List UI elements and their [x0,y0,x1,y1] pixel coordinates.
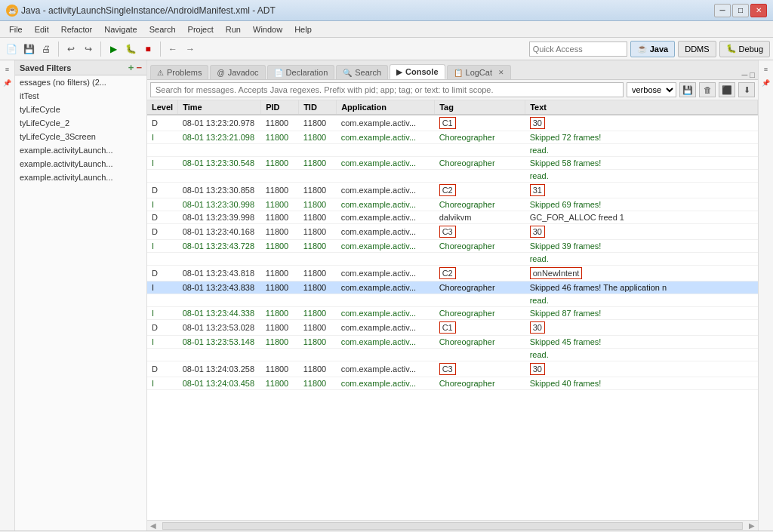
verbose-select[interactable]: verbose debug info warn error [627,82,676,97]
cell-tag [435,144,525,157]
tab-close-icon[interactable]: ✕ [498,69,504,76]
minimize-button[interactable]: ─ [714,4,731,17]
cell-pid: 11800 [261,115,299,131]
table-row[interactable]: D 08-01 13:23:39.998 11800 11800 com.exa… [147,211,758,224]
sidebar-restore-icon[interactable]: ≡ [2,63,14,75]
cell-time [178,349,261,361]
menu-file[interactable]: File [3,23,29,35]
toggle-button[interactable]: ⬛ [719,82,735,97]
debug-button[interactable]: 🐛 [122,41,139,57]
cell-app: com.example.activ... [337,361,435,377]
sidebar-pin-icon[interactable]: 📌 [2,77,14,89]
cell-time: 08-01 13:23:53.028 [178,320,261,336]
menu-edit[interactable]: Edit [29,23,55,35]
save-button[interactable]: 💾 [20,41,37,57]
cell-tid: 11800 [299,320,337,336]
clear-log-button[interactable]: 🗑 [699,82,716,97]
main-toolbar: 📄 💾 🖨 ↩ ↪ ▶ 🐛 ■ ← → ☕ Java DDMS 🐛 Debug [0,38,773,60]
log-scrollbar[interactable]: ◀ ▶ [147,520,758,530]
tab-search[interactable]: 🔍 Search [336,65,388,79]
cell-tid [299,253,337,266]
table-row[interactable]: D 08-01 13:23:30.858 11800 11800 com.exa… [147,183,758,198]
table-row[interactable]: D 08-01 13:23:20.978 11800 11800 com.exa… [147,115,758,131]
cell-level: I [147,307,178,320]
cell-app: com.example.activ... [337,377,435,390]
log-search-input[interactable] [150,82,624,97]
run-button[interactable]: ▶ [105,41,122,57]
table-row[interactable]: I 08-01 13:23:44.338 11800 11800 com.exa… [147,307,758,320]
cell-pid: 11800 [261,377,299,390]
minimize-panel-icon[interactable]: ─ [742,70,748,79]
stop-button[interactable]: ■ [140,41,156,57]
menu-search[interactable]: Search [143,23,182,35]
print-button[interactable]: 🖨 [38,41,54,57]
table-row[interactable]: I 08-01 13:23:30.998 11800 11800 com.exa… [147,198,758,211]
table-row[interactable]: read. [147,170,758,183]
menu-run[interactable]: Run [220,23,247,35]
redo-button[interactable]: ↪ [80,41,97,57]
tab-logcat[interactable]: 📋 LogCat ✕ [447,65,511,79]
table-row[interactable]: read. [147,349,758,361]
table-row[interactable]: I 08-01 13:23:21.098 11800 11800 com.exa… [147,131,758,144]
filter-item-1[interactable]: itTest [15,89,146,103]
text-value: 31 [530,184,545,196]
cell-level: D [147,320,178,336]
table-row[interactable]: D 08-01 13:23:53.028 11800 11800 com.exa… [147,320,758,336]
quick-access-input[interactable] [529,42,627,57]
table-row[interactable]: read. [147,253,758,266]
menu-navigate[interactable]: Navigate [98,23,143,35]
right-sidebar-icon-1[interactable]: ≡ [760,63,772,75]
scroll-button[interactable]: ⬇ [738,82,755,97]
tab-javadoc[interactable]: @ Javadoc [210,65,265,79]
cell-tag: Choreographer [435,240,525,253]
scroll-right-arrow[interactable]: ▶ [746,521,758,530]
cell-tag: Choreographer [435,377,525,390]
tab-console[interactable]: ▶ Console [390,64,445,79]
table-row[interactable]: D 08-01 13:23:43.818 11800 11800 com.exa… [147,266,758,281]
maximize-panel-icon[interactable]: □ [750,70,755,79]
filter-item-3[interactable]: tyLifeCycle_2 [15,116,146,130]
scrollbar-track[interactable] [162,522,743,530]
table-row[interactable]: I 08-01 13:23:30.548 11800 11800 com.exa… [147,157,758,170]
new-button[interactable]: 📄 [3,41,20,57]
filter-item-6[interactable]: example.activityLaunch... [15,157,146,171]
menu-refactor[interactable]: Refactor [55,23,99,35]
ddms-perspective-button[interactable]: DDMS [678,41,716,57]
cell-tag [435,170,525,183]
table-row[interactable]: I 08-01 13:23:43.728 11800 11800 com.exa… [147,240,758,253]
table-row[interactable]: read. [147,294,758,307]
remove-filter-button[interactable]: − [136,63,142,72]
java-perspective-button[interactable]: ☕ Java [630,41,675,57]
filter-item-2[interactable]: tyLifeCycle [15,103,146,116]
table-row[interactable]: I 08-01 13:24:03.458 11800 11800 com.exa… [147,377,758,390]
close-button[interactable]: ✕ [750,4,767,17]
prev-button[interactable]: ← [165,41,181,57]
log-table-container[interactable]: Level Time PID TID Application Tag Text … [147,100,758,520]
table-row[interactable]: D 08-01 13:24:03.258 11800 11800 com.exa… [147,361,758,377]
undo-button[interactable]: ↩ [63,41,79,57]
maximize-button[interactable]: □ [732,4,749,17]
scroll-left-arrow[interactable]: ◀ [147,521,159,530]
cell-app: com.example.activ... [337,211,435,224]
cell-tag [435,349,525,361]
table-row[interactable]: read. [147,144,758,157]
table-row[interactable]: I 08-01 13:23:43.838 11800 11800 com.exa… [147,281,758,294]
filter-item-4[interactable]: tyLifeCycle_3Screen [15,130,146,143]
cell-app: com.example.activ... [337,320,435,336]
menu-help[interactable]: Help [288,23,318,35]
table-row[interactable]: D 08-01 13:23:40.168 11800 11800 com.exa… [147,224,758,240]
menu-window[interactable]: Window [247,23,288,35]
table-row[interactable]: I 08-01 13:23:53.148 11800 11800 com.exa… [147,336,758,349]
next-button[interactable]: → [182,41,199,57]
right-sidebar-icon-2[interactable]: 📌 [760,77,772,89]
filter-item-7[interactable]: example.activityLaunch... [15,171,146,184]
tab-declaration[interactable]: 📄 Declaration [267,65,335,79]
filter-item-5[interactable]: example.activityLaunch... [15,143,146,157]
save-log-button[interactable]: 💾 [679,82,696,97]
debug-perspective-button[interactable]: 🐛 Debug [719,41,770,57]
cell-tag: C3 [435,361,525,377]
tab-problems[interactable]: ⚠ Problems [150,65,208,79]
filter-item-0[interactable]: essages (no filters) (2... [15,75,146,89]
add-filter-button[interactable]: + [128,63,134,72]
menu-project[interactable]: Project [182,23,220,35]
